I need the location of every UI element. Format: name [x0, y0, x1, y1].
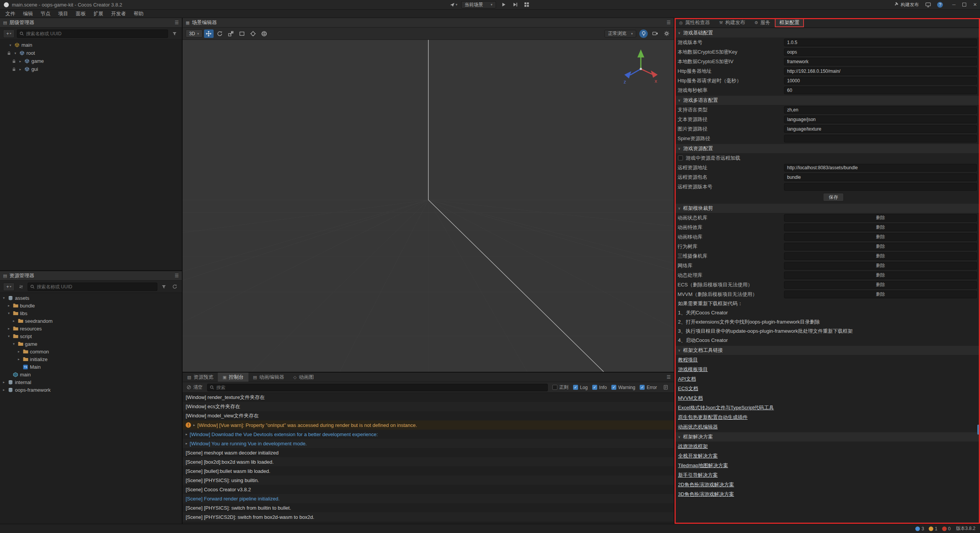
panel-menu-icon[interactable]: ☰ — [175, 20, 179, 25]
delete-module-button[interactable]: 删除 — [784, 291, 977, 298]
expand-arrow[interactable]: ▸ — [2, 380, 6, 384]
doc-link[interactable]: 战旗游戏框架 — [678, 443, 708, 450]
expand-arrow[interactable]: ▸ — [186, 432, 188, 436]
filter-warning[interactable]: ✓Warning — [611, 385, 635, 390]
expand-arrow[interactable]: ▸ — [18, 59, 23, 63]
log-row[interactable]: [Scene] [box2d]:box2d wasm lib loaded. — [183, 457, 674, 466]
tree-item-initialize[interactable]: ▸initialize — [0, 355, 182, 363]
console-tab-preview[interactable]: ▧资源预览 — [183, 373, 218, 382]
move-tool-button[interactable] — [204, 29, 214, 38]
tab-inspector[interactable]: ◎属性检查器 — [675, 18, 715, 27]
filter-error[interactable]: ✓Error — [640, 385, 657, 390]
section-header-5[interactable]: ∨框架解决方案 — [675, 432, 980, 441]
scene-header[interactable]: ▦ 场景编辑器 ☰ — [183, 18, 674, 28]
minimize-button[interactable]: ─ — [952, 2, 956, 7]
tab-service[interactable]: ⚙服务 — [750, 18, 775, 27]
field-input[interactable] — [784, 77, 977, 85]
checkbox[interactable]: ✓ — [640, 385, 645, 390]
step-button[interactable] — [511, 1, 519, 8]
log-row[interactable]: [Window] render_texture文件夹存在 — [183, 393, 674, 402]
create-asset-button[interactable]: +▾ — [3, 283, 15, 291]
doc-link[interactable]: Tiledmap地图解决方案 — [678, 462, 728, 469]
sort-assets-button[interactable] — [17, 283, 25, 291]
scene-settings-button[interactable] — [662, 29, 671, 38]
expand-arrow[interactable]: ▾ — [11, 342, 16, 346]
tree-item-main[interactable]: main — [0, 371, 182, 378]
field-input[interactable] — [784, 39, 977, 46]
scale-tool-button[interactable] — [226, 29, 236, 38]
dimension-toggle-button[interactable]: 3D ▾ — [186, 29, 203, 38]
menu-item-0[interactable]: 文件 — [2, 10, 19, 18]
log-row[interactable]: [Scene] meshopt wasm decoder initialized — [183, 448, 674, 457]
tree-item-libs[interactable]: ▾libs — [0, 309, 182, 317]
preview-scene-select[interactable]: 当前场景 ▾ — [461, 1, 496, 8]
tree-item-script[interactable]: ▾script — [0, 332, 182, 340]
build-publish-button[interactable]: 构建发布 — [893, 2, 919, 8]
log-row[interactable]: [Scene] [PHYSICS2D]: switch from box2d-w… — [183, 512, 674, 522]
expand-arrow[interactable]: ▾ — [7, 334, 11, 338]
assets-header[interactable]: ▤ 资源管理器 ☰ — [0, 271, 182, 281]
field-input[interactable] — [784, 116, 977, 123]
tree-item-main[interactable]: ▾main — [0, 41, 182, 49]
filter-info[interactable]: ✓Info — [592, 385, 607, 390]
doc-link[interactable]: 原生包热更新配置自动生成插件 — [678, 414, 748, 421]
doc-link[interactable]: MVVM文档 — [678, 395, 703, 402]
scrollbar-thumb[interactable] — [977, 425, 979, 435]
menu-item-5[interactable]: 扩展 — [90, 10, 107, 18]
expand-arrow[interactable]: ▾ — [13, 51, 18, 55]
refresh-assets-button[interactable] — [170, 283, 179, 291]
checkbox[interactable]: ✓ — [592, 385, 597, 390]
hierarchy-filter-button[interactable] — [170, 29, 179, 38]
remote-load-checkbox[interactable] — [678, 155, 683, 160]
expand-arrow[interactable]: ▾ — [2, 296, 6, 300]
log-row[interactable]: ▸[Window] Download the Vue Devtools exte… — [183, 430, 674, 439]
expand-arrow[interactable]: ▾ — [7, 311, 11, 315]
assets-search-input[interactable] — [37, 284, 155, 289]
section-header-4[interactable]: ∨框架文档工具链接 — [675, 346, 980, 355]
delete-module-button[interactable]: 删除 — [784, 281, 977, 289]
hierarchy-search-input[interactable] — [26, 31, 165, 36]
doc-link[interactable]: 教程项目 — [678, 356, 698, 363]
rect-tool-button[interactable] — [237, 29, 247, 38]
expand-arrow[interactable]: ▸ — [2, 388, 6, 392]
rotate-tool-button[interactable] — [215, 29, 225, 38]
log-row[interactable]: [Window] model_view文件夹存在 — [183, 411, 674, 420]
log-row[interactable]: !▸[Window] [Vue warn]: Property "onInput… — [183, 420, 674, 430]
console-tab-anim-editor[interactable]: ▤动画编辑器 — [248, 373, 289, 382]
doc-link[interactable]: 全栈开发解决方案 — [678, 453, 718, 459]
delete-module-button[interactable]: 删除 — [784, 214, 977, 222]
field-input[interactable] — [784, 135, 977, 142]
delete-module-button[interactable]: 删除 — [784, 252, 977, 260]
menu-item-4[interactable]: 面板 — [72, 10, 90, 18]
log-row[interactable]: [Scene] [PHYSICS]: switch from builtin t… — [183, 503, 674, 512]
save-button[interactable]: 保存 — [823, 193, 844, 201]
help-button[interactable]: ? — [937, 2, 943, 8]
doc-link[interactable]: 动画状态机编辑器 — [678, 423, 718, 430]
lighting-toggle-button[interactable] — [639, 29, 648, 38]
delete-module-button[interactable]: 删除 — [784, 243, 977, 250]
doc-link[interactable]: 游戏模板项目 — [678, 366, 708, 373]
log-row[interactable]: [Scene] [PHYSICS]: using builtin. — [183, 476, 674, 485]
menu-item-1[interactable]: 编辑 — [19, 10, 37, 18]
collapse-logs-button[interactable] — [662, 383, 670, 392]
field-input[interactable] — [784, 183, 977, 191]
panel-menu-icon[interactable]: ☰ — [175, 273, 179, 278]
expand-arrow[interactable]: ▾ — [8, 43, 13, 47]
checkbox[interactable]: ✓ — [611, 385, 616, 390]
log-row[interactable]: ▸[Window] You are running Vue in develop… — [183, 439, 674, 448]
section-header-3[interactable]: ∨框架模块裁剪 — [675, 204, 980, 213]
doc-link[interactable]: Excel格式转Json文件与TypeScript代码工具 — [678, 404, 774, 411]
assets-filter-button[interactable] — [160, 283, 168, 291]
preview-target-button[interactable]: ▾ — [450, 1, 457, 8]
error-count[interactable]: 0 — [942, 526, 951, 531]
checkbox[interactable] — [552, 385, 557, 390]
expand-arrow[interactable]: ▸ — [18, 67, 23, 71]
menu-item-3[interactable]: 项目 — [54, 10, 72, 18]
coordinate-space-button[interactable] — [260, 29, 269, 38]
section-header-1[interactable]: ∨游戏多语言配置 — [675, 96, 980, 105]
tree-item-root[interactable]: ▾root — [0, 49, 182, 57]
field-input[interactable] — [784, 106, 977, 114]
expand-arrow[interactable]: ▸ — [7, 304, 11, 307]
field-input[interactable] — [784, 173, 977, 181]
delete-module-button[interactable]: 删除 — [784, 233, 977, 241]
